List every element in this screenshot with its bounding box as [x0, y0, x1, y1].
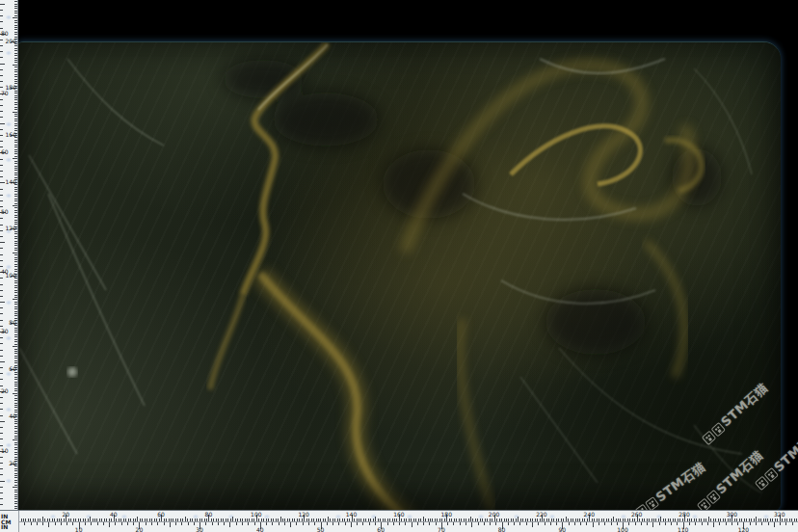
- cm-tick: [653, 519, 654, 521]
- cm-tick: [720, 519, 721, 521]
- cm-number: 120: [6, 226, 16, 231]
- cm-tick: [14, 290, 17, 291]
- cm-tick: [575, 519, 576, 521]
- cm-tick: [14, 53, 17, 54]
- cm-tick: [770, 519, 771, 521]
- cm-tick: [746, 519, 747, 521]
- cm-tick: [14, 161, 17, 162]
- in-tick: [0, 284, 3, 285]
- in-tick: [412, 522, 412, 527]
- cm-tick: [14, 170, 17, 171]
- cm-tick: [320, 519, 321, 521]
- cm-tick: [75, 519, 76, 521]
- cm-tick: [14, 191, 17, 192]
- cm-tick: [323, 519, 324, 521]
- in-tick: [453, 522, 454, 525]
- cm-tick: [767, 519, 768, 521]
- cm-tick: [145, 519, 146, 521]
- cm-tick: [14, 22, 17, 23]
- cm-tick: [522, 519, 523, 521]
- cm-tick: [123, 519, 124, 521]
- corner-in-label: IN: [1, 524, 8, 530]
- cm-tick: [696, 519, 697, 521]
- in-tick: [254, 522, 255, 525]
- cm-tick: [14, 50, 17, 51]
- cm-tick: [14, 382, 17, 383]
- in-tick: [460, 522, 461, 525]
- cm-tick: [577, 519, 578, 521]
- in-tick: [780, 522, 781, 525]
- cm-tick: [786, 519, 787, 521]
- cm-tick: [699, 519, 700, 521]
- cm-tick: [13, 253, 17, 253]
- in-tick: [229, 522, 230, 527]
- in-tick: [0, 373, 3, 374]
- in-tick: [785, 522, 786, 525]
- cm-tick: [14, 123, 17, 124]
- in-tick: [194, 522, 195, 525]
- in-number: 10: [1, 448, 9, 454]
- in-tick: [91, 522, 92, 525]
- cm-tick: [116, 519, 117, 521]
- in-tick: [0, 182, 5, 183]
- cm-tick: [432, 519, 433, 521]
- cm-tick: [423, 517, 424, 521]
- cm-number: 240: [584, 512, 595, 518]
- cm-number: 40: [110, 512, 118, 518]
- in-tick: [519, 522, 520, 525]
- in-number: 10: [75, 527, 83, 532]
- cm-tick: [325, 519, 326, 521]
- cm-number: 260: [631, 512, 642, 518]
- cm-tick: [96, 519, 97, 521]
- in-tick: [695, 522, 696, 525]
- cm-tick: [14, 482, 17, 483]
- cm-tick: [563, 519, 564, 521]
- cm-tick: [14, 390, 17, 391]
- cm-tick: [297, 519, 298, 521]
- in-tick: [0, 10, 3, 11]
- cm-tick: [655, 519, 656, 521]
- in-tick: [66, 522, 67, 525]
- in-tick: [188, 522, 189, 525]
- cm-tick: [25, 519, 26, 521]
- cm-tick: [206, 519, 207, 521]
- cm-tick: [660, 517, 661, 521]
- in-number: 60: [1, 149, 9, 155]
- in-tick: [0, 313, 3, 314]
- in-number: 100: [617, 527, 627, 532]
- cm-tick: [149, 519, 150, 521]
- cm-tick: [568, 519, 569, 521]
- cm-tick: [230, 519, 231, 521]
- in-tick: [756, 522, 757, 525]
- cm-tick: [13, 205, 17, 206]
- cm-tick: [449, 519, 450, 521]
- cm-tick: [459, 519, 460, 521]
- cm-tick: [14, 351, 17, 352]
- cm-tick: [14, 261, 17, 262]
- cm-tick: [548, 519, 549, 521]
- in-tick: [0, 481, 5, 482]
- in-tick: [495, 522, 496, 525]
- cm-tick: [204, 519, 205, 521]
- in-tick: [0, 141, 3, 142]
- cm-tick: [675, 519, 676, 521]
- in-tick: [0, 146, 3, 147]
- cm-tick: [80, 519, 81, 521]
- cm-tick: [342, 519, 343, 521]
- cm-tick: [128, 519, 129, 521]
- slab-scan-viewport: STM石猫STM石猫STM石猫STM石猫 2040608010012014016…: [0, 0, 798, 532]
- cm-tick: [240, 519, 241, 521]
- cm-tick: [744, 519, 745, 521]
- in-number: 30: [196, 527, 203, 532]
- cm-tick: [14, 492, 17, 492]
- cm-tick: [90, 517, 91, 521]
- in-tick: [0, 176, 3, 177]
- cm-number: 80: [205, 512, 213, 518]
- cm-tick: [232, 517, 233, 521]
- in-tick: [726, 522, 727, 525]
- in-tick: [761, 522, 762, 525]
- in-tick: [164, 522, 165, 525]
- cm-tick: [334, 519, 335, 521]
- cm-tick: [14, 151, 17, 152]
- cm-tick: [14, 444, 17, 445]
